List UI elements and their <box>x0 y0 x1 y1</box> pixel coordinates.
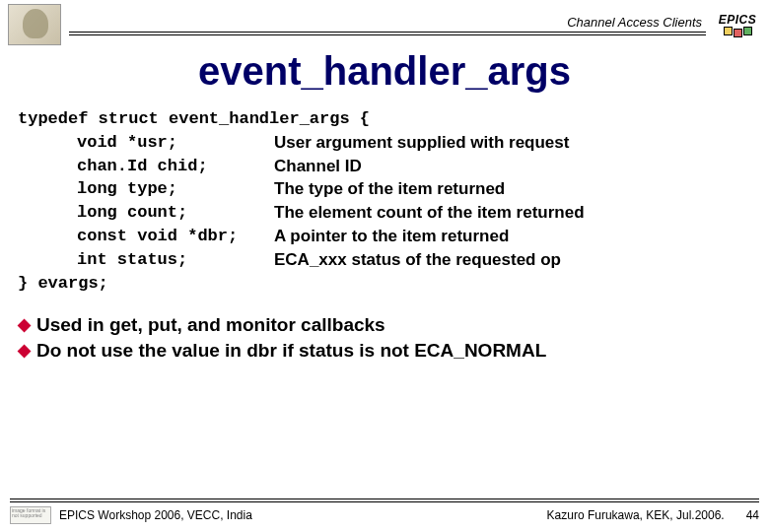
list-item: ◆ Do not use the value in dbr if status … <box>18 338 751 364</box>
code-decl: long type; <box>77 177 274 201</box>
code-field-row: int status; ECA_xxx status of the reques… <box>18 248 751 272</box>
code-close: } evargs; <box>18 272 751 296</box>
page-title: event_handler_args <box>0 49 769 94</box>
header-rule-area: Channel Access Clients <box>69 15 706 35</box>
footer-left-text: EPICS Workshop 2006, VECC, India <box>59 508 547 522</box>
code-field-row: const void *dbr; A pointer to the item r… <box>18 225 751 248</box>
list-item: ◆ Used in get, put, and monitor callback… <box>18 312 751 338</box>
broken-image-icon: image format is not supported <box>10 506 51 524</box>
epics-boxes-icon <box>714 29 761 37</box>
code-desc: A pointer to the item returned <box>274 225 751 248</box>
bullet-text: Do not use the value in dbr if status is… <box>36 338 546 364</box>
bullet-text: Used in get, put, and monitor callbacks <box>36 312 385 338</box>
footer-right-text: Kazuro Furukawa, KEK, Jul.2006. 44 <box>547 508 759 522</box>
code-desc: The type of the item returned <box>274 177 751 201</box>
slide-header: Channel Access Clients EPICS <box>0 0 769 45</box>
code-field-row: void *usr; User argument supplied with r… <box>18 131 751 155</box>
diamond-bullet-icon: ◆ <box>18 312 31 338</box>
code-desc: User argument supplied with request <box>274 131 751 155</box>
footer-author: Kazuro Furukawa, KEK, Jul.2006. <box>547 508 725 522</box>
emblem-logo <box>8 4 61 45</box>
code-decl: int status; <box>77 248 274 272</box>
epics-logo: EPICS <box>714 13 761 37</box>
code-open: typedef struct event_handler_args { <box>18 107 751 131</box>
diamond-bullet-icon: ◆ <box>18 338 31 364</box>
code-desc: ECA_xxx status of the requested op <box>274 248 751 272</box>
header-caption: Channel Access Clients <box>69 15 706 32</box>
header-rule <box>69 32 706 35</box>
code-desc: The element count of the item returned <box>274 201 751 225</box>
code-field-row: long type; The type of the item returned <box>18 177 751 201</box>
code-decl: long count; <box>77 201 274 225</box>
code-decl: const void *dbr; <box>77 225 274 248</box>
epics-brand-text: EPICS <box>714 13 761 27</box>
code-decl: void *usr; <box>77 131 274 155</box>
footer-rule <box>10 499 759 502</box>
code-field-row: chan.Id chid; Channel ID <box>18 155 751 178</box>
slide-footer: image format is not supported EPICS Work… <box>0 499 769 524</box>
code-block: typedef struct event_handler_args { void… <box>18 107 751 295</box>
code-decl: chan.Id chid; <box>77 155 274 178</box>
bullet-list: ◆ Used in get, put, and monitor callback… <box>18 312 751 363</box>
code-field-row: long count; The element count of the ite… <box>18 201 751 225</box>
page-number: 44 <box>741 508 759 522</box>
code-desc: Channel ID <box>274 155 751 178</box>
